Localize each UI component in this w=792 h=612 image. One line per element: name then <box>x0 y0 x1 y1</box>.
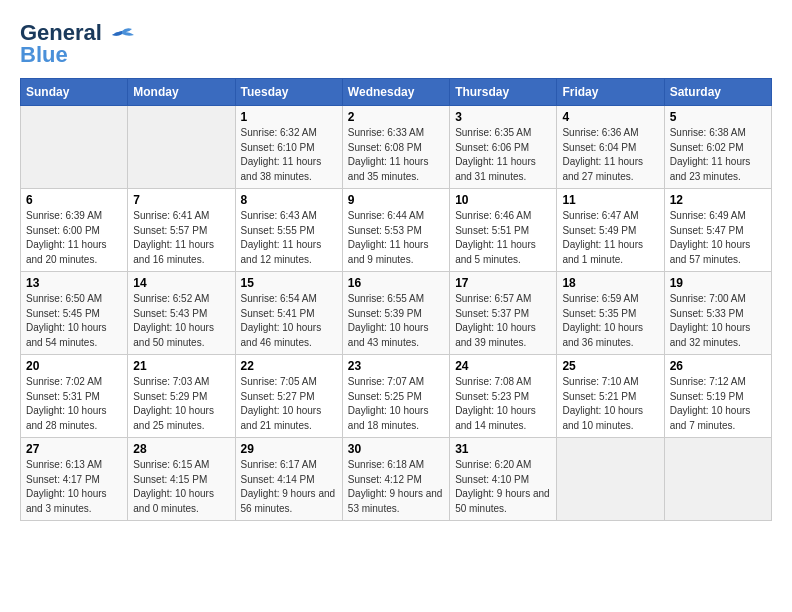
calendar-cell: 23 Sunrise: 7:07 AM Sunset: 5:25 PM Dayl… <box>342 355 449 438</box>
day-info: Sunrise: 6:59 AM Sunset: 5:35 PM Dayligh… <box>562 292 658 350</box>
day-info: Sunrise: 6:54 AM Sunset: 5:41 PM Dayligh… <box>241 292 337 350</box>
calendar-cell <box>664 438 771 521</box>
calendar-cell: 2 Sunrise: 6:33 AM Sunset: 6:08 PM Dayli… <box>342 106 449 189</box>
day-number: 23 <box>348 359 444 373</box>
calendar-cell <box>128 106 235 189</box>
day-info: Sunrise: 7:03 AM Sunset: 5:29 PM Dayligh… <box>133 375 229 433</box>
calendar-cell: 8 Sunrise: 6:43 AM Sunset: 5:55 PM Dayli… <box>235 189 342 272</box>
col-header-thursday: Thursday <box>450 79 557 106</box>
day-info: Sunrise: 6:13 AM Sunset: 4:17 PM Dayligh… <box>26 458 122 516</box>
day-info: Sunrise: 6:41 AM Sunset: 5:57 PM Dayligh… <box>133 209 229 267</box>
day-number: 14 <box>133 276 229 290</box>
day-info: Sunrise: 6:20 AM Sunset: 4:10 PM Dayligh… <box>455 458 551 516</box>
calendar-cell: 21 Sunrise: 7:03 AM Sunset: 5:29 PM Dayl… <box>128 355 235 438</box>
week-row-4: 20 Sunrise: 7:02 AM Sunset: 5:31 PM Dayl… <box>21 355 772 438</box>
col-header-tuesday: Tuesday <box>235 79 342 106</box>
calendar-cell: 4 Sunrise: 6:36 AM Sunset: 6:04 PM Dayli… <box>557 106 664 189</box>
calendar-cell <box>557 438 664 521</box>
calendar-cell: 12 Sunrise: 6:49 AM Sunset: 5:47 PM Dayl… <box>664 189 771 272</box>
day-info: Sunrise: 6:47 AM Sunset: 5:49 PM Dayligh… <box>562 209 658 267</box>
day-info: Sunrise: 6:39 AM Sunset: 6:00 PM Dayligh… <box>26 209 122 267</box>
day-number: 24 <box>455 359 551 373</box>
calendar-cell: 14 Sunrise: 6:52 AM Sunset: 5:43 PM Dayl… <box>128 272 235 355</box>
day-number: 22 <box>241 359 337 373</box>
day-info: Sunrise: 7:05 AM Sunset: 5:27 PM Dayligh… <box>241 375 337 433</box>
day-number: 30 <box>348 442 444 456</box>
calendar-cell: 1 Sunrise: 6:32 AM Sunset: 6:10 PM Dayli… <box>235 106 342 189</box>
day-info: Sunrise: 7:02 AM Sunset: 5:31 PM Dayligh… <box>26 375 122 433</box>
day-number: 17 <box>455 276 551 290</box>
day-number: 20 <box>26 359 122 373</box>
day-info: Sunrise: 6:38 AM Sunset: 6:02 PM Dayligh… <box>670 126 766 184</box>
calendar-table: SundayMondayTuesdayWednesdayThursdayFrid… <box>20 78 772 521</box>
day-number: 8 <box>241 193 337 207</box>
page-header: General Blue <box>20 20 772 68</box>
col-header-monday: Monday <box>128 79 235 106</box>
calendar-cell <box>21 106 128 189</box>
day-info: Sunrise: 7:07 AM Sunset: 5:25 PM Dayligh… <box>348 375 444 433</box>
day-info: Sunrise: 6:33 AM Sunset: 6:08 PM Dayligh… <box>348 126 444 184</box>
day-info: Sunrise: 7:12 AM Sunset: 5:19 PM Dayligh… <box>670 375 766 433</box>
day-number: 26 <box>670 359 766 373</box>
day-number: 12 <box>670 193 766 207</box>
day-info: Sunrise: 6:17 AM Sunset: 4:14 PM Dayligh… <box>241 458 337 516</box>
day-info: Sunrise: 6:46 AM Sunset: 5:51 PM Dayligh… <box>455 209 551 267</box>
day-info: Sunrise: 6:15 AM Sunset: 4:15 PM Dayligh… <box>133 458 229 516</box>
logo-bird-icon <box>108 27 136 45</box>
logo: General Blue <box>20 20 136 68</box>
day-number: 15 <box>241 276 337 290</box>
calendar-cell: 17 Sunrise: 6:57 AM Sunset: 5:37 PM Dayl… <box>450 272 557 355</box>
day-number: 11 <box>562 193 658 207</box>
calendar-cell: 22 Sunrise: 7:05 AM Sunset: 5:27 PM Dayl… <box>235 355 342 438</box>
day-number: 29 <box>241 442 337 456</box>
calendar-cell: 25 Sunrise: 7:10 AM Sunset: 5:21 PM Dayl… <box>557 355 664 438</box>
col-header-sunday: Sunday <box>21 79 128 106</box>
day-number: 5 <box>670 110 766 124</box>
day-info: Sunrise: 6:57 AM Sunset: 5:37 PM Dayligh… <box>455 292 551 350</box>
calendar-cell: 19 Sunrise: 7:00 AM Sunset: 5:33 PM Dayl… <box>664 272 771 355</box>
calendar-cell: 31 Sunrise: 6:20 AM Sunset: 4:10 PM Dayl… <box>450 438 557 521</box>
calendar-cell: 11 Sunrise: 6:47 AM Sunset: 5:49 PM Dayl… <box>557 189 664 272</box>
day-info: Sunrise: 6:44 AM Sunset: 5:53 PM Dayligh… <box>348 209 444 267</box>
calendar-cell: 30 Sunrise: 6:18 AM Sunset: 4:12 PM Dayl… <box>342 438 449 521</box>
calendar-cell: 3 Sunrise: 6:35 AM Sunset: 6:06 PM Dayli… <box>450 106 557 189</box>
day-number: 9 <box>348 193 444 207</box>
day-number: 1 <box>241 110 337 124</box>
day-number: 13 <box>26 276 122 290</box>
col-header-friday: Friday <box>557 79 664 106</box>
day-number: 3 <box>455 110 551 124</box>
calendar-cell: 24 Sunrise: 7:08 AM Sunset: 5:23 PM Dayl… <box>450 355 557 438</box>
day-number: 18 <box>562 276 658 290</box>
day-info: Sunrise: 7:00 AM Sunset: 5:33 PM Dayligh… <box>670 292 766 350</box>
day-number: 21 <box>133 359 229 373</box>
week-row-1: 1 Sunrise: 6:32 AM Sunset: 6:10 PM Dayli… <box>21 106 772 189</box>
day-info: Sunrise: 6:50 AM Sunset: 5:45 PM Dayligh… <box>26 292 122 350</box>
calendar-cell: 13 Sunrise: 6:50 AM Sunset: 5:45 PM Dayl… <box>21 272 128 355</box>
calendar-cell: 15 Sunrise: 6:54 AM Sunset: 5:41 PM Dayl… <box>235 272 342 355</box>
day-info: Sunrise: 6:36 AM Sunset: 6:04 PM Dayligh… <box>562 126 658 184</box>
day-info: Sunrise: 7:08 AM Sunset: 5:23 PM Dayligh… <box>455 375 551 433</box>
week-row-2: 6 Sunrise: 6:39 AM Sunset: 6:00 PM Dayli… <box>21 189 772 272</box>
calendar-cell: 16 Sunrise: 6:55 AM Sunset: 5:39 PM Dayl… <box>342 272 449 355</box>
day-number: 6 <box>26 193 122 207</box>
day-number: 25 <box>562 359 658 373</box>
day-number: 19 <box>670 276 766 290</box>
week-row-3: 13 Sunrise: 6:50 AM Sunset: 5:45 PM Dayl… <box>21 272 772 355</box>
day-info: Sunrise: 7:10 AM Sunset: 5:21 PM Dayligh… <box>562 375 658 433</box>
day-number: 10 <box>455 193 551 207</box>
calendar-cell: 20 Sunrise: 7:02 AM Sunset: 5:31 PM Dayl… <box>21 355 128 438</box>
calendar-cell: 10 Sunrise: 6:46 AM Sunset: 5:51 PM Dayl… <box>450 189 557 272</box>
day-info: Sunrise: 6:43 AM Sunset: 5:55 PM Dayligh… <box>241 209 337 267</box>
calendar-cell: 29 Sunrise: 6:17 AM Sunset: 4:14 PM Dayl… <box>235 438 342 521</box>
day-number: 28 <box>133 442 229 456</box>
day-info: Sunrise: 6:35 AM Sunset: 6:06 PM Dayligh… <box>455 126 551 184</box>
logo-blue: Blue <box>20 42 68 68</box>
week-row-5: 27 Sunrise: 6:13 AM Sunset: 4:17 PM Dayl… <box>21 438 772 521</box>
day-info: Sunrise: 6:49 AM Sunset: 5:47 PM Dayligh… <box>670 209 766 267</box>
day-number: 4 <box>562 110 658 124</box>
calendar-cell: 28 Sunrise: 6:15 AM Sunset: 4:15 PM Dayl… <box>128 438 235 521</box>
day-number: 27 <box>26 442 122 456</box>
calendar-cell: 18 Sunrise: 6:59 AM Sunset: 5:35 PM Dayl… <box>557 272 664 355</box>
calendar-cell: 9 Sunrise: 6:44 AM Sunset: 5:53 PM Dayli… <box>342 189 449 272</box>
calendar-cell: 5 Sunrise: 6:38 AM Sunset: 6:02 PM Dayli… <box>664 106 771 189</box>
